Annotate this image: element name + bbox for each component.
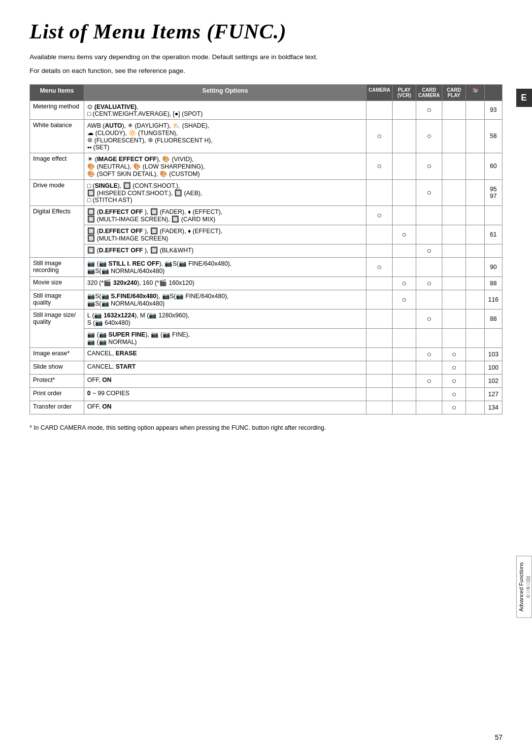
header-setting-options: Setting Options: [84, 84, 366, 101]
page-num-3: 95 97: [485, 179, 502, 206]
intro-paragraph-1: Available menu items vary depending on t…: [30, 52, 502, 62]
menu-item-4: Digital Effects: [30, 206, 84, 257]
card_camera-1: ○: [416, 119, 442, 153]
play-6: ○: [393, 276, 416, 290]
page-num-7: 116: [485, 290, 502, 309]
book-0: [466, 101, 485, 119]
camera-12: [366, 387, 393, 401]
page-num-10: 100: [485, 361, 502, 374]
setting-11: OFF, ON: [84, 374, 366, 387]
card_play-7: [442, 290, 466, 309]
card_play-1: [442, 119, 466, 153]
setting-4-2: 🔲 (D.EFFECT OFF ), 🔲 (BLK&WHT): [84, 244, 366, 257]
camera-8-0: [366, 309, 393, 328]
setting-5: 📷 (📷 STILL I. REC OFF), 📷S(📷 FINE/640x48…: [84, 257, 366, 276]
table-row: Slide showCANCEL, START○100: [30, 361, 502, 374]
menu-item-8: Still image size/ quality: [30, 309, 84, 347]
menu-item-1: White balance: [30, 119, 84, 153]
play-2: [393, 153, 416, 179]
card_camera-4-0: [416, 206, 442, 225]
play-7: ○: [393, 290, 416, 309]
book-4-0: [466, 206, 485, 225]
menu-item-13: Transfer order: [30, 401, 84, 414]
page-number: 57: [495, 733, 502, 741]
setting-8-1: 📷 (📷 SUPER FINE), 📷 (📷 FINE),📷 (📷 NORMAL…: [84, 328, 366, 347]
setting-3: □ (SINGLE), 🔲 (CONT.SHOOT.),🔲 (HISPEED C…: [84, 179, 366, 206]
camera-1: ○: [366, 119, 393, 153]
card_play-2: [442, 153, 466, 179]
card_play-4-2: [442, 244, 466, 257]
menu-item-3: Drive mode: [30, 179, 84, 206]
table-row: Image effect☀ (IMAGE EFFECT OFF), 🎨 (VIV…: [30, 153, 502, 179]
camera-7: [366, 290, 393, 309]
page-num-9: 103: [485, 347, 502, 361]
setting-7: 📷S(📷 S.FINE/640x480), 📷S(📷 FINE/640x480)…: [84, 290, 366, 309]
play-4-1: ○: [393, 225, 416, 244]
table-row: Transfer orderOFF, ON○134: [30, 401, 502, 414]
page-num-13: 134: [485, 401, 502, 414]
book-3: [466, 179, 485, 206]
header-camera: CAMERA: [366, 84, 393, 101]
setting-8-0: L (📷 1632x1224), M (📷 1280x960),S (📷 640…: [84, 309, 366, 328]
play-13: [393, 401, 416, 414]
camera-3: [366, 179, 393, 206]
play-4-2: [393, 244, 416, 257]
table-row: Still image recording📷 (📷 STILL I. REC O…: [30, 257, 502, 276]
setting-2: ☀ (IMAGE EFFECT OFF), 🎨 (VIVID),🎨 (NEUTR…: [84, 153, 366, 179]
page-8-1: [485, 328, 502, 347]
card_play-10: ○: [442, 361, 466, 374]
card_play-4-1: [442, 225, 466, 244]
setting-0: ⊙ (EVALUATIVE),□ (CENT.WEIGHT.AVERAGE), …: [84, 101, 366, 119]
book-4-1: [466, 225, 485, 244]
book-6: [466, 276, 485, 290]
camera-4-0: ○: [366, 206, 393, 225]
page-num-12: 127: [485, 387, 502, 401]
play-3: [393, 179, 416, 206]
table-row: Metering method⊙ (EVALUATIVE),□ (CENT.WE…: [30, 101, 502, 119]
card_play-4-0: [442, 206, 466, 225]
play-8-0: [393, 309, 416, 328]
menu-item-12: Print order: [30, 387, 84, 401]
book-8-1: [466, 328, 485, 347]
setting-1: AWB (AUTO), ✳ (DAYLIGHT), ⛅ (SHADE),☁ (C…: [84, 119, 366, 153]
setting-4-0: 🔲 (D.EFFECT OFF ), 🔲 (FADER), ♦ (EFFECT)…: [84, 206, 366, 225]
book-1: [466, 119, 485, 153]
book-9: [466, 347, 485, 361]
page-title: List of Menu Items (FUNC.): [30, 20, 502, 43]
page-num-0: 93: [485, 101, 502, 119]
card_camera-7: [416, 290, 442, 309]
play-11: [393, 374, 416, 387]
camera-11: [366, 374, 393, 387]
card_play-11: ○: [442, 374, 466, 387]
table-row: White balanceAWB (AUTO), ✳ (DAYLIGHT), ⛅…: [30, 119, 502, 153]
book-10: [466, 361, 485, 374]
page-num-6: 88: [485, 276, 502, 290]
page-num-5: 90: [485, 257, 502, 276]
card_play-13: ○: [442, 401, 466, 414]
setting-12: 0 ~ 99 COPIES: [84, 387, 366, 401]
camera-2: ○: [366, 153, 393, 179]
card_camera-8-0: ○: [416, 309, 442, 328]
camera-4-1: [366, 225, 393, 244]
menu-table: Menu Items Setting Options CAMERA PLAY(V…: [30, 84, 502, 414]
play-4-0: [393, 206, 416, 225]
card_camera-6: ○: [416, 276, 442, 290]
play-8-1: [393, 328, 416, 347]
card_camera-5: [416, 257, 442, 276]
card_play-8-0: [442, 309, 466, 328]
camera-10: [366, 361, 393, 374]
menu-item-11: Protect*: [30, 374, 84, 387]
page-8-0: 88: [485, 309, 502, 328]
card_play-5: [442, 257, 466, 276]
card_play-9: ○: [442, 347, 466, 361]
header-page: [485, 84, 502, 101]
camera-13: [366, 401, 393, 414]
side-tab-e: E: [516, 89, 532, 107]
camera-9: [366, 347, 393, 361]
book-13: [466, 401, 485, 414]
menu-item-5: Still image recording: [30, 257, 84, 276]
header-card-camera: CARDCAMERA: [416, 84, 442, 101]
camera-5: ○: [366, 257, 393, 276]
header-menu-items: Menu Items: [30, 84, 84, 101]
table-row: Movie size320 (*🎬 320x240), 160 (*🎬 160x…: [30, 276, 502, 290]
